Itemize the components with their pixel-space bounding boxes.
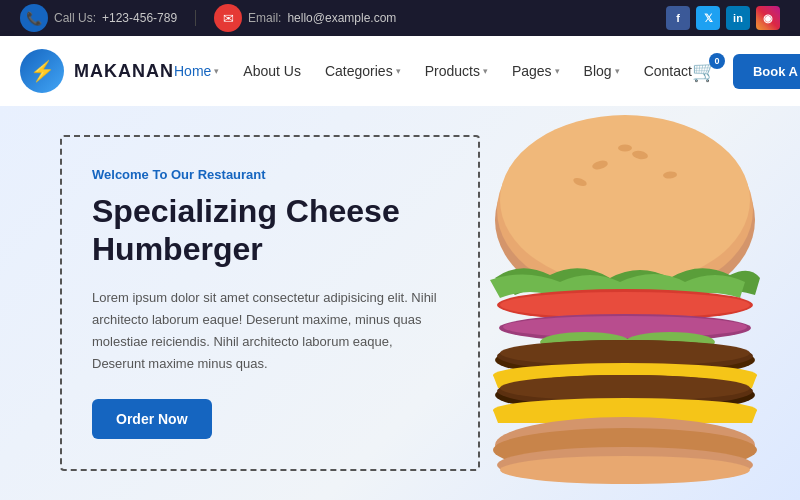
chevron-down-icon: ▾ — [555, 66, 560, 76]
navbar: ⚡ MAKANAN Home ▾ About Us Categories ▾ P… — [0, 36, 800, 106]
book-table-button[interactable]: Book A Table — [733, 54, 800, 89]
nav-links: Home ▾ About Us Categories ▾ Products ▾ … — [174, 63, 692, 79]
order-now-button[interactable]: Order Now — [92, 399, 212, 439]
hero-section: Welcome To Our Restaurant Specializing C… — [0, 106, 800, 500]
hero-description: Lorem ipsum dolor sit amet consectetur a… — [92, 287, 448, 375]
nav-contact[interactable]: Contact — [644, 63, 692, 79]
hero-dashed-box: Welcome To Our Restaurant Specializing C… — [60, 135, 480, 471]
cart-button[interactable]: 🛒 0 — [692, 59, 717, 83]
svg-point-7 — [618, 145, 632, 152]
social-links: f 𝕏 in ◉ — [666, 6, 780, 30]
welcome-text: Welcome To Our Restaurant — [92, 167, 448, 182]
call-number: +123-456-789 — [102, 11, 177, 25]
divider — [195, 10, 196, 26]
nav-categories[interactable]: Categories ▾ — [325, 63, 401, 79]
svg-point-2 — [500, 115, 750, 285]
email-label: Email: — [248, 11, 281, 25]
linkedin-icon[interactable]: in — [726, 6, 750, 30]
email-info: ✉ Email: hello@example.com — [214, 4, 396, 32]
hero-title: Specializing Cheese Humberger — [92, 192, 448, 269]
svg-point-20 — [500, 375, 750, 401]
instagram-icon[interactable]: ◉ — [756, 6, 780, 30]
nav-home[interactable]: Home ▾ — [174, 63, 219, 79]
svg-point-25 — [500, 456, 750, 484]
chevron-down-icon: ▾ — [214, 66, 219, 76]
nav-blog[interactable]: Blog ▾ — [584, 63, 620, 79]
phone-icon: 📞 — [20, 4, 48, 32]
nav-pages[interactable]: Pages ▾ — [512, 63, 560, 79]
topbar: 📞 Call Us: +123-456-789 ✉ Email: hello@e… — [0, 0, 800, 36]
hero-content: Welcome To Our Restaurant Specializing C… — [60, 135, 480, 471]
twitter-icon[interactable]: 𝕏 — [696, 6, 720, 30]
svg-point-11 — [503, 316, 747, 338]
chevron-down-icon: ▾ — [396, 66, 401, 76]
email-icon: ✉ — [214, 4, 242, 32]
chevron-down-icon: ▾ — [615, 66, 620, 76]
burger-svg — [430, 110, 790, 500]
chevron-down-icon: ▾ — [483, 66, 488, 76]
email-value: hello@example.com — [287, 11, 396, 25]
call-info: 📞 Call Us: +123-456-789 — [20, 4, 177, 32]
nav-about[interactable]: About Us — [243, 63, 301, 79]
topbar-left: 📞 Call Us: +123-456-789 ✉ Email: hello@e… — [20, 4, 396, 32]
brand: ⚡ MAKANAN — [20, 49, 174, 93]
brand-name: MAKANAN — [74, 61, 174, 82]
nav-products[interactable]: Products ▾ — [425, 63, 488, 79]
nav-right: 🛒 0 Book A Table — [692, 54, 800, 89]
svg-point-16 — [500, 340, 750, 366]
logo-symbol: ⚡ — [30, 59, 55, 83]
brand-logo: ⚡ — [20, 49, 64, 93]
cart-badge: 0 — [709, 53, 725, 69]
call-label: Call Us: — [54, 11, 96, 25]
facebook-icon[interactable]: f — [666, 6, 690, 30]
